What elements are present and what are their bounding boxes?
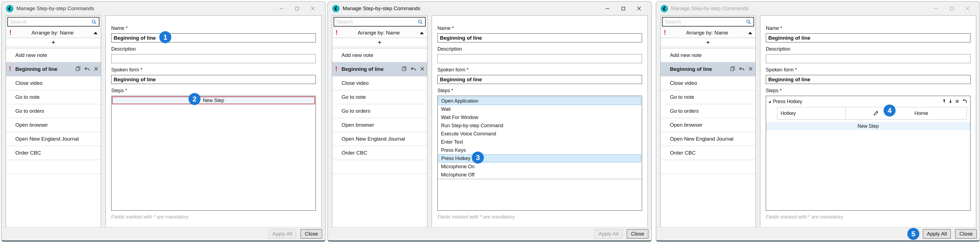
- command-item[interactable]: Order CBC: [6, 146, 101, 160]
- close-icon[interactable]: [959, 3, 975, 13]
- add-command-button[interactable]: +: [6, 38, 101, 47]
- maximize-icon[interactable]: [289, 3, 305, 13]
- name-field[interactable]: [111, 33, 316, 42]
- steps-label: Steps *: [766, 88, 970, 94]
- apply-all-button[interactable]: Apply All: [595, 229, 623, 239]
- command-item-selected[interactable]: ! Beginning of line: [332, 62, 427, 76]
- name-field[interactable]: [438, 33, 642, 42]
- command-item[interactable]: Go to orders: [6, 104, 101, 118]
- undo-icon[interactable]: [739, 66, 745, 72]
- minimize-icon[interactable]: [273, 3, 289, 13]
- command-item[interactable]: Order CBC: [660, 146, 756, 160]
- command-item[interactable]: Add new note: [660, 48, 756, 62]
- command-row-actions: [730, 66, 753, 72]
- move-up-icon[interactable]: [943, 99, 946, 104]
- step-type-option-press-hotkey[interactable]: Press Hotkey: [439, 154, 641, 163]
- command-label: Close video: [15, 80, 98, 86]
- copy-icon[interactable]: [402, 66, 407, 72]
- command-item[interactable]: Open New England Journal: [332, 132, 427, 146]
- command-item[interactable]: Order CBC: [332, 146, 427, 160]
- command-item-selected[interactable]: ! Beginning of line: [6, 62, 101, 76]
- step-type-option[interactable]: Press Keys: [439, 146, 641, 154]
- dialog-footer: Apply All Close: [2, 227, 325, 241]
- search-icon[interactable]: [417, 19, 423, 26]
- command-item[interactable]: Add new note: [332, 48, 427, 62]
- new-step-row[interactable]: New Step: [766, 122, 970, 130]
- step-type-option[interactable]: Open Application: [439, 97, 641, 105]
- spoken-form-field[interactable]: [111, 75, 316, 84]
- command-item[interactable]: Add new note: [6, 48, 101, 62]
- command-item[interactable]: Open browser: [6, 118, 101, 132]
- command-editor-panel: Name * Description Spoken form * Steps *…: [760, 15, 976, 227]
- search-input[interactable]: [334, 17, 426, 27]
- command-item[interactable]: Close video: [660, 76, 756, 90]
- hotkey-field-value[interactable]: Home: [846, 107, 967, 119]
- command-item[interactable]: Go to note: [332, 90, 427, 104]
- step-type-option[interactable]: Wait For Window: [439, 113, 641, 121]
- command-item[interactable]: Go to orders: [332, 104, 427, 118]
- step-type-option[interactable]: Execute Voice Command: [439, 130, 641, 138]
- step-type-option[interactable]: Microphone On: [439, 163, 641, 171]
- search-icon[interactable]: [91, 19, 97, 26]
- description-field[interactable]: [766, 54, 970, 63]
- command-item-selected[interactable]: Beginning of line: [660, 62, 756, 76]
- add-command-label: +: [706, 39, 710, 46]
- copy-icon[interactable]: [76, 66, 80, 72]
- new-step-label: New Step: [858, 123, 879, 129]
- spoken-form-field[interactable]: [438, 75, 642, 84]
- apply-all-button[interactable]: Apply All: [923, 229, 951, 239]
- new-step-row[interactable]: New Step: [112, 97, 315, 104]
- command-item[interactable]: Open New England Journal: [660, 132, 756, 146]
- search-input[interactable]: [7, 17, 99, 27]
- move-down-icon[interactable]: [949, 99, 952, 104]
- close-icon[interactable]: [631, 3, 647, 13]
- add-command-button[interactable]: +: [660, 38, 756, 47]
- undo-icon[interactable]: [410, 66, 416, 72]
- expander-icon[interactable]: [768, 100, 771, 103]
- edit-pencil-icon[interactable]: [873, 110, 879, 116]
- step-type-label: Execute Voice Command: [441, 131, 496, 137]
- minimize-icon[interactable]: [928, 3, 943, 13]
- delete-icon[interactable]: [749, 66, 753, 72]
- command-item[interactable]: Go to orders: [660, 104, 756, 118]
- arrange-by-row[interactable]: ! Arrange by: Name: [660, 28, 756, 38]
- step-type-option[interactable]: Run Step-by-step Command: [439, 121, 641, 130]
- close-button[interactable]: Close: [301, 229, 322, 239]
- description-field[interactable]: [438, 54, 642, 63]
- arrange-by-row[interactable]: ! Arrange by: Name: [6, 28, 101, 38]
- maximize-icon[interactable]: [615, 3, 631, 13]
- command-label: Open New England Journal: [15, 136, 98, 142]
- spoken-form-field[interactable]: [766, 75, 970, 84]
- dragon-app-icon: [332, 5, 340, 12]
- delete-icon[interactable]: [94, 66, 98, 72]
- delete-icon[interactable]: [420, 66, 424, 72]
- close-button[interactable]: Close: [955, 229, 977, 239]
- command-item[interactable]: Open browser: [660, 118, 756, 132]
- maximize-icon[interactable]: [943, 3, 959, 13]
- command-item[interactable]: Close video: [6, 76, 101, 90]
- step-type-option[interactable]: Enter Text: [439, 138, 641, 146]
- step-type-option[interactable]: Wait: [439, 105, 641, 113]
- minimize-icon[interactable]: [600, 3, 615, 13]
- steps-box: Open Application Wait Wait For Window Ru…: [438, 96, 642, 211]
- copy-icon[interactable]: [730, 66, 735, 72]
- description-field[interactable]: [111, 54, 316, 63]
- delete-step-icon[interactable]: [955, 99, 959, 104]
- undo-step-icon[interactable]: [963, 99, 967, 104]
- close-icon[interactable]: [305, 3, 321, 13]
- command-item[interactable]: Go to note: [660, 90, 756, 104]
- command-item[interactable]: Open browser: [332, 118, 427, 132]
- add-command-button[interactable]: +: [332, 38, 427, 47]
- window-3-manage-commands: Manage Step-by-step Commands ! Arrange b…: [656, 2, 980, 242]
- step-type-option[interactable]: Microphone Off: [439, 171, 641, 179]
- undo-icon[interactable]: [84, 66, 90, 72]
- search-icon[interactable]: [746, 19, 751, 26]
- apply-all-button[interactable]: Apply All: [268, 229, 296, 239]
- command-item[interactable]: Go to note: [6, 90, 101, 104]
- close-button[interactable]: Close: [627, 229, 648, 239]
- arrange-by-row[interactable]: ! Arrange by: Name: [332, 28, 427, 38]
- name-field[interactable]: [766, 33, 970, 42]
- command-item[interactable]: Open New England Journal: [6, 132, 101, 146]
- command-item[interactable]: Close video: [332, 76, 427, 90]
- search-input[interactable]: [662, 17, 754, 27]
